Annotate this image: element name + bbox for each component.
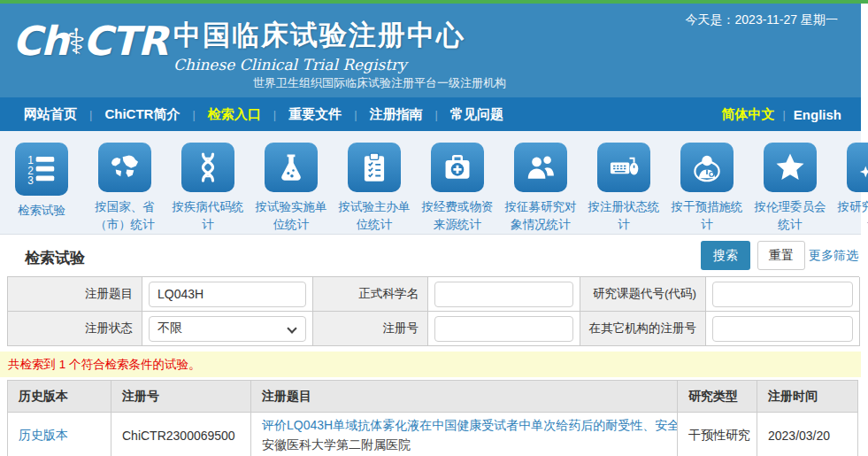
- reset-button[interactable]: 重置: [757, 241, 805, 270]
- search-section-header: 检索试验 搜索 重置 更多筛选: [0, 235, 861, 276]
- stat-tile-dna[interactable]: 按疾病代码统计: [166, 143, 250, 234]
- stat-tile-medical-kit[interactable]: 按经费或物资来源统计: [416, 143, 499, 234]
- history-version-link[interactable]: 历史版本: [19, 428, 68, 442]
- stat-tile-label: 按研究类型统计: [832, 198, 868, 235]
- lang-separator: |: [782, 108, 785, 121]
- trial-title-cell: 评价LQ043H单域抗体雾化液在中国健康受试者中单次给药后的耐受性、安全性、..…: [251, 413, 678, 456]
- form-cell-reg_title: [142, 277, 313, 312]
- today-date: 今天是：2023-11-27 星期一: [686, 12, 838, 28]
- lang-english[interactable]: English: [794, 107, 841, 122]
- chevron-down-icon: [287, 323, 296, 333]
- stat-tile-label: 按干预措施统计: [665, 198, 749, 235]
- doctor-icon: [690, 151, 724, 184]
- site-title-cn: 中国临床试验注册中心: [173, 17, 465, 54]
- reg_title-input[interactable]: [149, 282, 306, 307]
- results-table: 历史版本注册号注册题目研究类型注册时间 历史版本ChiCTR2300069500…: [7, 380, 858, 456]
- trial-title-link[interactable]: 评价LQ043H单域抗体雾化液在中国健康受试者中单次给药后的耐受性、安全性、..…: [262, 416, 677, 436]
- stat-tile-clipboard[interactable]: 按试验主办单位统计: [333, 143, 416, 234]
- reg_number-input[interactable]: [434, 316, 573, 342]
- result-count-message: 共检索到 1 个符合检索条件的试验。: [8, 357, 201, 373]
- stat-tile-sparkles[interactable]: 按研究类型统计: [832, 143, 868, 234]
- search-button[interactable]: 搜索: [701, 241, 750, 270]
- form-label-scientific_name: 正式科学名: [313, 277, 428, 312]
- lang-switcher: 简体中文 | English: [721, 106, 841, 123]
- lang-simplified-chinese[interactable]: 简体中文: [721, 106, 774, 123]
- stat-tile-label: 按试验主办单位统计: [333, 198, 416, 235]
- form-cell-project_code: [706, 277, 860, 312]
- stat-tile-flask[interactable]: 按试验实施单位统计: [250, 143, 333, 234]
- world-map-icon: [108, 151, 142, 184]
- site-header: Ch⚕CTR 中国临床试验注册中心 Chinese Clinical Trial…: [0, 4, 861, 97]
- nav-item-4[interactable]: 重要文件: [288, 106, 342, 123]
- main-nav: 网站首页|ChiCTR简介|检索入口|重要文件|注册指南|常见问题 简体中文 |…: [0, 97, 861, 131]
- stat-tile-label: 按征募研究对象情况统计: [499, 198, 582, 235]
- institution-text: 安徽医科大学第二附属医院: [262, 437, 411, 452]
- stat-tile-box: [348, 143, 401, 192]
- dna-icon: [191, 151, 225, 184]
- stat-tile-doctor[interactable]: 按干预措施统计: [665, 143, 749, 234]
- search-form: 注册题目正式科学名研究课题代号(代码)注册状态不限注册号在其它机构的注册号: [7, 276, 859, 346]
- nav-separator: |: [192, 108, 195, 121]
- logo-prefix: Ch: [12, 18, 68, 65]
- nav-item-3[interactable]: 检索入口: [208, 106, 261, 123]
- results-col-header-3: 注册题目: [251, 381, 678, 413]
- results-col-header-1: 历史版本: [8, 381, 111, 413]
- more-filters-link[interactable]: 更多筛选: [809, 248, 858, 264]
- star-icon: [773, 151, 807, 184]
- medical-kit-icon: [441, 151, 474, 184]
- results-body: 历史版本ChiCTR2300069500评价LQ043H单域抗体雾化液在中国健康…: [8, 413, 858, 456]
- form-cell-reg_status: 不限: [142, 312, 313, 346]
- stat-tile-label: 按国家、省（市）统计: [83, 198, 166, 235]
- stat-tile-label: 按试验实施单位统计: [250, 198, 333, 235]
- form-label-reg_status: 注册状态: [8, 312, 142, 346]
- results-col-header-5: 注册时间: [757, 381, 858, 413]
- form-label-other_reg_number: 在其它机构的注册号: [580, 312, 706, 346]
- site-title-en: Chinese Clinical Trial Registry: [173, 56, 465, 73]
- results-col-header-4: 研究类型: [678, 381, 757, 413]
- logo-suffix: CTR: [83, 18, 167, 65]
- nav-item-2[interactable]: ChiCTR简介: [104, 106, 180, 123]
- site-logo[interactable]: Ch⚕CTR: [12, 18, 167, 65]
- nav-item-1[interactable]: 网站首页: [24, 106, 77, 123]
- caduceus-icon: ⚕: [66, 21, 85, 62]
- quick-stats: 123检索试验按国家、省（市）统计按疾病代码统计按试验实施单位统计按试验主办单位…: [0, 131, 861, 235]
- nav-separator: |: [435, 108, 438, 121]
- registration-number-cell: ChiCTR2300069500: [111, 413, 251, 456]
- nav-separator: |: [89, 108, 92, 121]
- form-label-reg_title: 注册题目: [8, 277, 142, 312]
- flask-icon: [274, 151, 308, 184]
- stat-tile-keyboard-mouse[interactable]: 按注册状态统计: [582, 143, 665, 234]
- svg-text:3: 3: [27, 174, 34, 186]
- site-title-group: 中国临床试验注册中心 Chinese Clinical Trial Regist…: [173, 17, 465, 73]
- results-col-header-2: 注册号: [111, 381, 251, 413]
- stat-tile-box: [98, 143, 151, 192]
- results-header-row: 历史版本注册号注册题目研究类型注册时间: [8, 381, 858, 413]
- form-label-project_code: 研究课题代号(代码): [580, 277, 706, 312]
- site-subtitle: 世界卫生组织国际临床试验注册平台一级注册机构: [253, 75, 506, 91]
- project_code-input[interactable]: [712, 282, 853, 307]
- stat-tile-people[interactable]: 按征募研究对象情况统计: [499, 143, 582, 234]
- nav-item-6[interactable]: 常见问题: [450, 106, 503, 123]
- stat-tile-label: 检索试验: [0, 202, 83, 220]
- reg_status-select[interactable]: 不限: [149, 316, 306, 342]
- stat-tile-box: [514, 143, 567, 192]
- stat-tile-world-map[interactable]: 按国家、省（市）统计: [83, 143, 166, 234]
- stat-tile-label: 按注册状态统计: [582, 198, 665, 235]
- history-cell: 历史版本: [8, 413, 111, 456]
- form-cell-scientific_name: [428, 277, 580, 312]
- form-cell-other_reg_number: [706, 312, 860, 346]
- result-count-band: 共检索到 1 个符合检索条件的试验。: [0, 352, 861, 377]
- stat-tile-box: [431, 143, 484, 192]
- stat-tile-star[interactable]: 按伦理委员会统计: [749, 143, 832, 234]
- stat-tile-label: 按经费或物资来源统计: [416, 198, 499, 235]
- stat-tile-box: 123: [15, 143, 68, 196]
- other_reg_number-input[interactable]: [712, 316, 853, 342]
- nav-item-5[interactable]: 注册指南: [370, 106, 423, 123]
- scientific_name-input[interactable]: [434, 282, 573, 307]
- nav-separator: |: [354, 108, 357, 121]
- people-icon: [524, 151, 557, 184]
- stat-tile-numbered-list[interactable]: 123检索试验: [0, 143, 83, 234]
- sparkles-icon: [856, 151, 868, 184]
- stat-tile-label: 按伦理委员会统计: [749, 198, 832, 235]
- stat-tile-box: [847, 143, 868, 192]
